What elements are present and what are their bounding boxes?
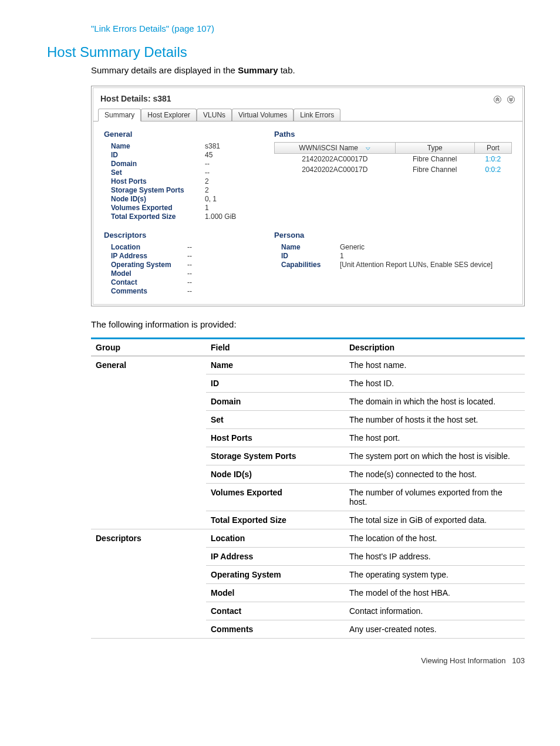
general-heading: General — [104, 130, 257, 139]
table-row: CommentsAny user-created notes. — [91, 620, 525, 639]
cell-field: ID — [206, 374, 345, 393]
general-key: Volumes Exported — [104, 204, 205, 212]
cell-description: Contact information. — [345, 602, 525, 620]
general-value: 2 — [205, 177, 209, 185]
tab-link-errors[interactable]: Link Errors — [294, 109, 340, 121]
cell-description: The operating system type. — [345, 566, 525, 584]
descriptor-value: -- — [187, 269, 192, 278]
general-value: s381 — [205, 142, 220, 150]
paths-row[interactable]: 21420202AC00017DFibre Channel1:0:2 — [275, 154, 512, 165]
general-key: Host Ports — [104, 177, 205, 185]
general-key: Name — [104, 142, 205, 150]
paths-col-wwn[interactable]: WWN/iSCSI Name ▽ — [275, 143, 396, 154]
cell-description: The system port on which the host is vis… — [345, 447, 525, 465]
general-value: 0, 1 — [205, 195, 217, 203]
tab-host-explorer[interactable]: Host Explorer — [141, 109, 197, 121]
descriptor-key: IP Address — [104, 252, 187, 260]
tab-vluns[interactable]: VLUNs — [197, 109, 232, 121]
table-row: Host PortsThe host port. — [91, 429, 525, 447]
table-row: DomainThe domain in which the host is lo… — [91, 393, 525, 411]
cell-description: The number of hosts it the host set. — [345, 411, 525, 429]
table-row: Total Exported SizeThe total size in GiB… — [91, 511, 525, 529]
general-key: Domain — [104, 160, 205, 168]
intro-bold: Summary — [238, 65, 278, 75]
cell-group — [91, 548, 206, 566]
descriptor-key: Comments — [104, 287, 187, 295]
cell-group — [91, 429, 206, 447]
descriptor-key: Model — [104, 269, 187, 278]
intro-text: Summary details are displayed in the Sum… — [91, 65, 525, 75]
cell-group — [91, 602, 206, 620]
paths-port-link[interactable]: 1:0:2 — [474, 154, 511, 165]
table-row: GeneralNameThe host name. — [91, 356, 525, 374]
cell-field: Model — [206, 584, 345, 602]
intro-post: tab. — [278, 65, 295, 75]
table-row: ContactContact information. — [91, 602, 525, 620]
paths-type: Fibre Channel — [395, 164, 474, 175]
tab-bar: SummaryHost ExplorerVLUNsVirtual Volumes… — [93, 108, 522, 121]
table-row: Node ID(s)The node(s) connected to the h… — [91, 465, 525, 484]
persona-key: Capabilities — [274, 261, 340, 269]
descriptor-key: Location — [104, 243, 187, 251]
descriptor-key: Contact — [104, 278, 187, 286]
cell-field: Storage System Ports — [206, 447, 345, 465]
table-row: DescriptorsLocationThe location of the h… — [91, 529, 525, 548]
paths-port-link[interactable]: 0:0:2 — [474, 164, 511, 175]
cell-field: Comments — [206, 620, 345, 639]
general-key: Node ID(s) — [104, 195, 205, 203]
footer-text: Viewing Host Information — [421, 656, 505, 665]
intro-pre: Summary details are displayed in the — [91, 65, 238, 75]
cell-description: The node(s) connected to the host. — [345, 465, 525, 484]
descriptor-value: -- — [187, 243, 192, 251]
persona-heading: Persona — [274, 231, 512, 239]
paths-table: WWN/iSCSI Name ▽ Type Port 21420202AC000… — [274, 142, 512, 175]
general-key: Set — [104, 168, 205, 177]
paths-type: Fibre Channel — [395, 154, 474, 165]
cell-group — [91, 484, 206, 511]
general-value: 1 — [205, 204, 209, 212]
cell-description: The host ID. — [345, 374, 525, 393]
cell-group — [91, 566, 206, 584]
persona-value: Generic — [340, 243, 365, 251]
paths-col-type[interactable]: Type — [395, 143, 474, 154]
table-intro: The following information is provided: — [91, 319, 525, 329]
collapse-up-icon[interactable] — [491, 94, 504, 103]
descriptors-heading: Descriptors — [104, 231, 257, 239]
descriptor-value: -- — [187, 261, 192, 269]
cell-description: The host name. — [345, 356, 525, 374]
paths-wwn: 21420202AC00017D — [275, 154, 396, 165]
tab-virtual-volumes[interactable]: Virtual Volumes — [232, 109, 294, 121]
table-row: Storage System PortsThe system port on w… — [91, 447, 525, 465]
cell-field: Host Ports — [206, 429, 345, 447]
paths-row[interactable]: 20420202AC00017DFibre Channel0:0:2 — [275, 164, 512, 175]
descriptor-value: -- — [187, 252, 192, 260]
paths-wwn: 20420202AC00017D — [275, 164, 396, 175]
paths-col-port[interactable]: Port — [474, 143, 511, 154]
cell-field: Location — [206, 529, 345, 548]
field-description-table: Group Field Description GeneralNameThe h… — [91, 337, 525, 639]
collapse-down-icon[interactable] — [504, 94, 515, 103]
panel-title: Host Details: s381 — [100, 94, 171, 103]
table-row: IP AddressThe host's IP address. — [91, 548, 525, 566]
cell-field: Name — [206, 356, 345, 374]
cell-group: General — [91, 356, 206, 374]
col-group: Group — [91, 339, 206, 356]
table-row: SetThe number of hosts it the host set. — [91, 411, 525, 429]
cell-field: IP Address — [206, 548, 345, 566]
cell-field: Contact — [206, 602, 345, 620]
cell-group — [91, 465, 206, 484]
general-key: Storage System Ports — [104, 186, 205, 194]
cell-field: Operating System — [206, 566, 345, 584]
tab-summary[interactable]: Summary — [98, 109, 141, 121]
col-field: Field — [206, 339, 345, 356]
cell-description: The host's IP address. — [345, 548, 525, 566]
descriptor-value: -- — [187, 278, 192, 286]
sort-icon[interactable]: ▽ — [366, 146, 370, 150]
cell-description: The domain in which the host is located. — [345, 393, 525, 411]
cell-group — [91, 511, 206, 529]
cell-group — [91, 620, 206, 639]
link-errors-details-link[interactable]: "Link Errors Details" (page 107) — [91, 23, 525, 33]
cell-description: The total size in GiB of exported data. — [345, 511, 525, 529]
page-footer: Viewing Host Information 103 — [41, 656, 525, 665]
panel-title-bar: Host Details: s381 — [93, 88, 522, 108]
